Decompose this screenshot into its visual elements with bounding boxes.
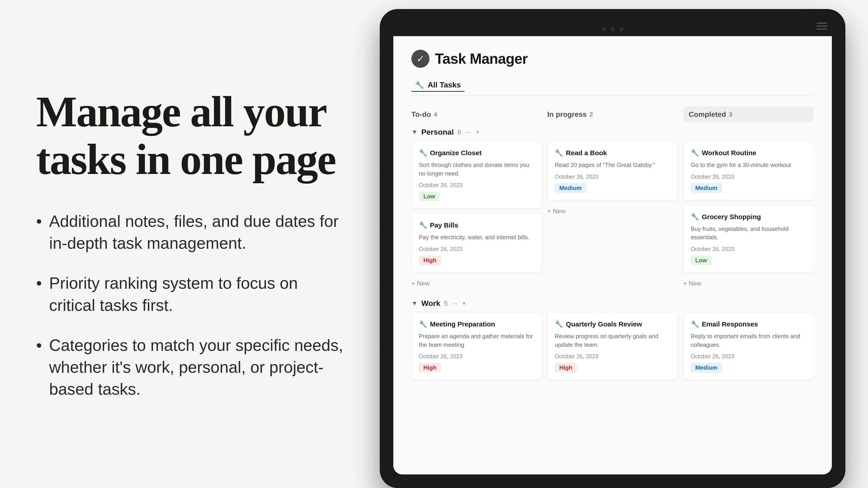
task-icon-book: 🔧 (555, 149, 563, 157)
task-icon-organize: 🔧 (419, 149, 427, 157)
task-meeting-prep[interactable]: 🔧 Meeting Preparation Prepare an agenda … (411, 312, 542, 380)
task-meeting-prep-date: October 26, 2023 (419, 353, 534, 360)
task-icon-quarterly: 🔧 (555, 320, 563, 328)
task-icon-workout: 🔧 (691, 149, 699, 157)
task-grocery-title: Grocery Shopping (702, 213, 761, 221)
task-quarterly-date: October 26, 2023 (555, 353, 670, 360)
category-work: ▼ Work 5 ··· + 🔧 (411, 299, 814, 380)
todo-count: 4 (434, 111, 437, 118)
camera-dot-right (620, 28, 623, 31)
task-workout-header: 🔧 Workout Routine (691, 149, 806, 157)
task-email-desc: Reply to important emails from clients a… (691, 332, 806, 349)
category-personal-count: 6 (457, 128, 461, 136)
task-email-responses-header: 🔧 Email Responses (691, 320, 806, 328)
hamburger-button[interactable] (816, 23, 827, 30)
columns-header: To-do 4 In progress 2 Completed 3 (411, 107, 814, 122)
task-quarterly-review[interactable]: 🔧 Quarterly Goals Review Review progress… (547, 312, 678, 380)
main-headline: Manage all your tasks in one page (36, 88, 344, 183)
task-workout-title: Workout Routine (702, 149, 756, 157)
personal-inprogress-column: 🔧 Read a Book Read 20 pages of "The Grea… (547, 141, 678, 290)
category-arrow-personal: ▼ (411, 129, 418, 136)
work-completed-column: 🔧 Email Responses Reply to important ema… (683, 312, 814, 380)
category-work-count: 5 (444, 300, 448, 307)
tab-all-tasks[interactable]: 🔧 All Tasks (411, 78, 465, 92)
task-workout-priority: Medium (691, 183, 722, 193)
task-grocery[interactable]: 🔧 Grocery Shopping Buy fruits, vegetable… (683, 205, 814, 273)
task-pay-bills-desc: Pay the electricity, water, and internet… (419, 233, 534, 242)
task-icon-bills: 🔧 (419, 221, 427, 229)
camera-dot-left (602, 28, 606, 31)
feature-list: • Additional notes, files, and due dates… (36, 210, 344, 400)
task-workout[interactable]: 🔧 Workout Routine Go to the gym for a 30… (683, 141, 814, 200)
task-icon-grocery: 🔧 (691, 213, 699, 221)
category-personal: ▼ Personal 6 ··· + 🔧 (411, 128, 814, 290)
task-email-date: October 26, 2023 (691, 353, 806, 360)
category-work-header: ▼ Work 5 ··· + (411, 299, 814, 308)
task-quarterly-review-header: 🔧 Quarterly Goals Review (555, 320, 670, 328)
category-work-add[interactable]: + (462, 300, 466, 307)
task-meeting-prep-priority: High (419, 363, 441, 372)
task-quarterly-title: Quarterly Goals Review (566, 320, 642, 328)
inprogress-column-header: In progress 2 (547, 107, 678, 122)
work-todo-column: 🔧 Meeting Preparation Prepare an agenda … (411, 312, 542, 380)
task-meeting-prep-desc: Prepare an agenda and gather materials f… (419, 332, 534, 349)
task-organize-date: October 26, 2023 (419, 182, 534, 188)
completed-count: 3 (729, 111, 733, 118)
app-title: Task Manager (435, 51, 528, 67)
bullet-dot-1: • (36, 210, 42, 232)
task-read-book-title: Read a Book (566, 149, 607, 157)
inprogress-count: 2 (590, 111, 593, 118)
personal-completed-add-new[interactable]: + New (683, 277, 814, 290)
category-work-dots[interactable]: ··· (452, 300, 458, 307)
todo-column-header: To-do 4 (411, 107, 542, 122)
task-quarterly-priority: High (555, 363, 577, 372)
task-read-book-header: 🔧 Read a Book (555, 149, 670, 157)
category-personal-dots[interactable]: ··· (466, 129, 471, 136)
app-header: ✓ Task Manager (411, 50, 814, 68)
bullet-item-1: • Additional notes, files, and due dates… (36, 210, 344, 254)
task-read-book[interactable]: 🔧 Read a Book Read 20 pages of "The Grea… (547, 141, 678, 200)
camera-strip (393, 23, 832, 36)
bullet-dot-3: • (36, 334, 42, 356)
categories-container: ▼ Personal 6 ··· + 🔧 (411, 128, 814, 461)
task-read-book-priority: Medium (555, 183, 586, 193)
bullet-item-3: • Categories to match your specific need… (36, 334, 344, 400)
wrench-icon: 🔧 (415, 80, 424, 89)
personal-todo-add-new[interactable]: + New (411, 277, 542, 290)
personal-inprogress-add-new[interactable]: + New (547, 205, 678, 218)
task-pay-bills[interactable]: 🔧 Pay Bills Pay the electricity, water, … (411, 213, 542, 273)
task-organize-desc: Sort through clothes and donate items yo… (419, 161, 534, 178)
category-arrow-work: ▼ (411, 300, 418, 307)
task-meeting-prep-title: Meeting Preparation (430, 320, 495, 328)
task-pay-bills-header: 🔧 Pay Bills (419, 221, 534, 230)
category-work-name: Work (421, 299, 440, 308)
task-organize-closet-header: 🔧 Organize Closet (419, 149, 534, 157)
task-grocery-date: October 26, 2023 (691, 246, 806, 252)
completed-column-header: Completed 3 (683, 107, 814, 122)
left-panel: Manage all your tasks in one page • Addi… (0, 0, 380, 488)
app-icon: ✓ (411, 50, 430, 68)
bullet-dot-2: • (36, 272, 42, 294)
task-grocery-header: 🔧 Grocery Shopping (691, 213, 806, 221)
task-organize-title: Organize Closet (430, 149, 482, 157)
task-workout-date: October 26, 2023 (691, 173, 806, 180)
task-icon-meeting: 🔧 (419, 320, 427, 328)
task-email-title: Email Responses (702, 320, 758, 328)
category-personal-add[interactable]: + (475, 128, 479, 136)
nav-tabs: 🔧 All Tasks (411, 78, 814, 96)
task-read-book-date: October 26, 2023 (555, 173, 670, 180)
task-grocery-desc: Buy fruits, vegetables, and household es… (691, 225, 806, 242)
hamburger-line-2 (816, 26, 827, 27)
task-email-priority: Medium (691, 363, 722, 372)
task-workout-desc: Go to the gym for a 30-minute workout (691, 161, 806, 169)
task-email-responses[interactable]: 🔧 Email Responses Reply to important ema… (683, 312, 814, 380)
task-icon-email: 🔧 (691, 320, 699, 328)
task-organize-closet[interactable]: 🔧 Organize Closet Sort through clothes a… (411, 141, 542, 209)
task-meeting-prep-header: 🔧 Meeting Preparation (419, 320, 534, 328)
task-grocery-priority: Low (691, 256, 712, 265)
category-personal-name: Personal (421, 128, 454, 136)
tablet-screen: ✓ Task Manager 🔧 All Tasks To-do 4 (393, 23, 832, 475)
task-quarterly-desc: Review progress on quarterly goals and u… (555, 332, 670, 349)
work-inprogress-column: 🔧 Quarterly Goals Review Review progress… (547, 312, 678, 380)
task-pay-bills-title: Pay Bills (430, 221, 458, 230)
